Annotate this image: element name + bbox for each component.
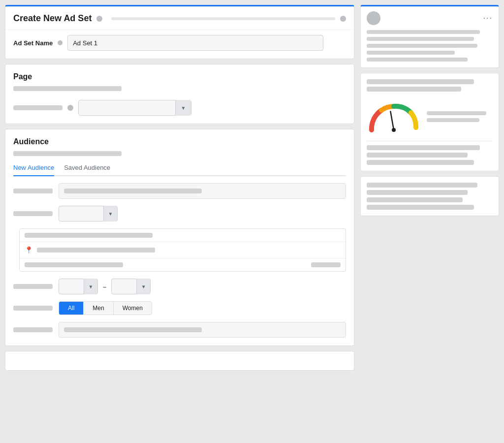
age-min-select[interactable]: ▼ (59, 279, 98, 294)
location-type-select[interactable]: ▼ (59, 206, 118, 222)
header-status-dot (96, 16, 102, 22)
locations-input[interactable] (59, 183, 346, 199)
location-box[interactable]: 📍 (19, 228, 346, 272)
tab-new-audience-label: New Audience (13, 164, 54, 171)
preview-dots-icon[interactable]: ··· (483, 14, 493, 23)
page-select-dropdown[interactable]: ▼ (78, 100, 191, 116)
location-bottom-right-skel (311, 262, 341, 267)
br-skel-3 (367, 197, 463, 202)
detailed-targeting-inner-skel (64, 327, 202, 332)
preview-line-3 (367, 44, 477, 48)
locations-field-row (13, 183, 346, 199)
loc-type-arrow[interactable]: ▼ (103, 206, 117, 222)
page-dropdown-arrow[interactable]: ▼ (175, 100, 191, 116)
audience-section: Audience New Audience Saved Audience (5, 129, 354, 346)
right-column: ··· (360, 5, 499, 216)
main-layout: Create New Ad Set Ad Set Name Page (5, 5, 499, 371)
location-middle-skel (37, 248, 155, 253)
page-title: Create New Ad Set (13, 13, 92, 24)
location-pin-icon: 📍 (25, 246, 33, 254)
ad-set-name-input[interactable] (67, 35, 323, 51)
br-skel-4 (367, 205, 474, 210)
gender-btn-women[interactable]: Women (114, 302, 152, 315)
age-max-select[interactable]: ▼ (111, 279, 151, 294)
audience-tabs: New Audience Saved Audience (13, 161, 346, 176)
gauge-text-2 (427, 118, 479, 122)
age-min-arrow-icon: ▼ (89, 284, 94, 289)
gauge-text-1 (427, 111, 486, 115)
page-select-circle (67, 105, 73, 111)
page-select-row: ▼ (13, 100, 346, 116)
bottom-right-card (360, 176, 499, 216)
gauge-top-skeleton (367, 79, 493, 92)
age-dash: – (103, 283, 106, 290)
audience-section-title: Audience (13, 137, 346, 146)
gauge-divider (367, 141, 493, 141)
age-min-arrow[interactable]: ▼ (84, 279, 97, 294)
preview-avatar (367, 11, 380, 25)
age-label-skel (13, 284, 53, 289)
gender-btn-men[interactable]: Men (84, 302, 113, 315)
detailed-targeting-row (13, 322, 346, 338)
ad-set-name-row: Ad Set Name (5, 30, 354, 59)
loc-type-arrow-icon: ▼ (108, 211, 113, 217)
gauge-bottom-lines (367, 145, 493, 165)
header-progress-dot-end (340, 16, 346, 22)
gender-label-skel (13, 306, 53, 311)
preview-line-4 (367, 51, 455, 55)
location-top-skel (25, 233, 153, 238)
location-bottom (20, 258, 346, 271)
age-field-row: ▼ – ▼ (13, 279, 346, 294)
gauge-row (367, 96, 493, 137)
audience-desc-skel-1 (13, 151, 122, 156)
gauge-bottom-skel-1 (367, 145, 480, 150)
bottom-right-lines (361, 177, 499, 216)
tab-saved-audience[interactable]: Saved Audience (64, 161, 110, 175)
gauge-bottom-skel-2 (367, 153, 468, 158)
gauge-skel-2 (367, 87, 461, 92)
gender-btn-all[interactable]: All (59, 302, 84, 315)
page-label-skeleton (13, 105, 63, 110)
header-progress-bar (111, 17, 335, 20)
gauge-svg (367, 100, 421, 135)
gauge-skel-1 (367, 79, 474, 84)
locations-label-skeleton (13, 189, 53, 193)
loc-type-label-skel (13, 211, 53, 216)
preview-header: ··· (361, 6, 499, 28)
svg-line-0 (390, 112, 394, 130)
page-description-skeleton (13, 86, 122, 91)
bottom-placeholder-card (5, 351, 354, 371)
age-max-arrow[interactable]: ▼ (136, 279, 150, 294)
header-card-inner: Create New Ad Set (5, 6, 354, 30)
tab-new-audience[interactable]: New Audience (13, 161, 54, 175)
gender-field-row: All Men Women (13, 301, 346, 315)
preview-card: ··· (360, 5, 499, 68)
gauge-container (367, 96, 421, 137)
gauge-bottom-skel-3 (367, 160, 474, 165)
locations-input-skeleton (64, 189, 202, 193)
gender-button-group: All Men Women (59, 301, 152, 315)
audience-fields: ▼ 📍 (13, 183, 346, 338)
location-type-row: ▼ (13, 206, 346, 222)
gauge-card (360, 73, 499, 171)
tab-saved-audience-label: Saved Audience (64, 164, 110, 171)
header-card: Create New Ad Set Ad Set Name (5, 5, 354, 59)
age-row: ▼ – ▼ (59, 279, 151, 294)
location-middle: 📍 (20, 242, 346, 258)
preview-line-1 (367, 30, 480, 34)
page-section-title: Page (13, 72, 346, 81)
ad-set-name-dot (58, 40, 63, 45)
detailed-targeting-label-skel (13, 327, 53, 332)
preview-line-5 (367, 58, 468, 62)
audience-card: Audience New Audience Saved Audience (5, 129, 354, 346)
left-column: Create New Ad Set Ad Set Name Page (5, 5, 354, 371)
location-top (20, 229, 346, 242)
location-bottom-left-skel (25, 262, 123, 267)
dropdown-arrow-icon: ▼ (181, 105, 186, 111)
age-max-arrow-icon: ▼ (141, 284, 146, 289)
page-card: Page ▼ (5, 64, 354, 124)
br-skel-2 (367, 190, 468, 195)
detailed-targeting-input[interactable] (59, 322, 346, 338)
preview-line-2 (367, 37, 474, 41)
svg-point-1 (392, 128, 396, 132)
